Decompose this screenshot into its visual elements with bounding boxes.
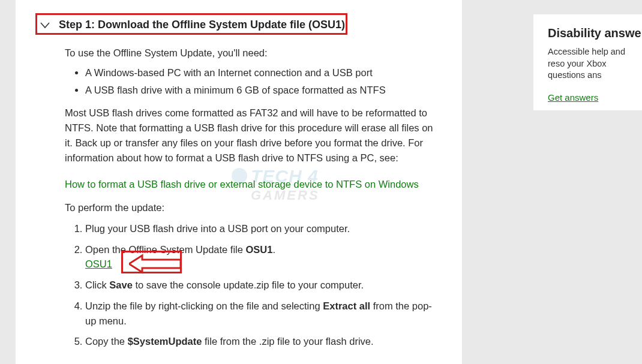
- extract-all-bold: Extract all: [323, 300, 370, 311]
- systemupdate-bold: $SystemUpdate: [128, 336, 202, 347]
- list-item: Unzip the file by right-clicking on the …: [85, 299, 438, 329]
- get-answers-link[interactable]: Get answers: [548, 92, 598, 103]
- step-text: Unzip the file by right-clicking on the …: [85, 300, 323, 311]
- step-title: Step 1: Download the Offline System Upda…: [59, 19, 345, 31]
- main-article-card: Step 1: Download the Offline System Upda…: [16, 0, 462, 364]
- step-content: To use the Offline System Update, you'll…: [40, 46, 438, 349]
- save-bold: Save: [109, 279, 133, 290]
- step-text: Click: [85, 279, 109, 290]
- fat32-note: Most USB flash drives come formatted as …: [65, 106, 438, 165]
- step-text: file from the .zip file to your flash dr…: [202, 336, 373, 347]
- step-text: Open the Offline System Update file: [85, 244, 246, 255]
- intro-text: To use the Offline System Update, you'll…: [65, 46, 438, 61]
- sidebar-text: Accessible help and reso your Xbox quest…: [548, 46, 642, 82]
- ntfs-format-link[interactable]: How to format a USB flash drive or exter…: [65, 177, 438, 192]
- list-item: Open the Offline System Update file OSU1…: [85, 242, 438, 272]
- step-text: .: [272, 244, 275, 255]
- osu1-download-link[interactable]: OSU1: [85, 258, 112, 269]
- requirements-list: A Windows-based PC with an Internet conn…: [65, 65, 438, 98]
- sidebar-title: Disability answe: [548, 26, 642, 40]
- disability-answer-card: Disability answe Accessible help and res…: [533, 14, 642, 110]
- update-steps-list: Plug your USB flash drive into a USB por…: [65, 221, 438, 349]
- osu1-bold: OSU1: [246, 244, 273, 255]
- chevron-down-icon: [40, 20, 50, 31]
- perform-text: To perform the update:: [65, 200, 438, 215]
- list-item: Click Save to save the console update.zi…: [85, 278, 438, 293]
- list-item: A USB flash drive with a minimum 6 GB of…: [85, 83, 438, 98]
- step-1-header[interactable]: Step 1: Download the Offline System Upda…: [40, 15, 438, 37]
- step-text: Copy the: [85, 336, 128, 347]
- list-item: A Windows-based PC with an Internet conn…: [85, 65, 438, 80]
- list-item: Plug your USB flash drive into a USB por…: [85, 221, 438, 236]
- step-text: to save the console update.zip file to y…: [133, 279, 364, 290]
- list-item: Copy the $SystemUpdate file from the .zi…: [85, 334, 438, 349]
